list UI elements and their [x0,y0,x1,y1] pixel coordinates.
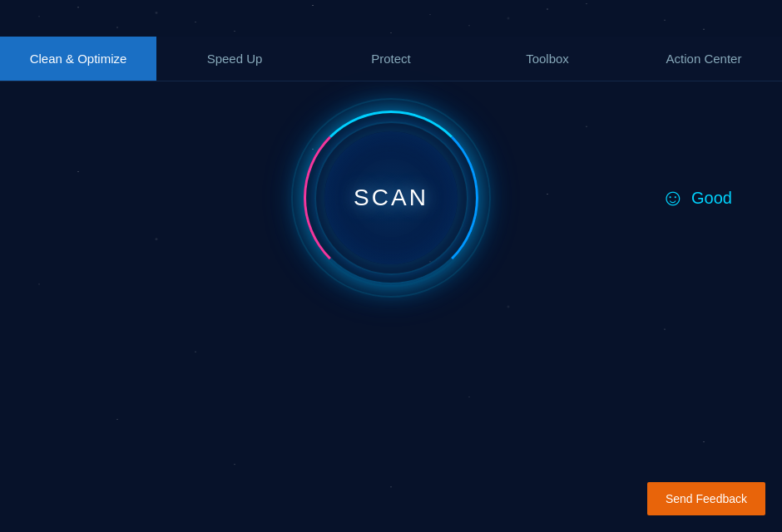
send-feedback-button[interactable]: Send Feedback [647,482,765,515]
navbar: Clean & Optimize Speed Up Protect Toolbo… [0,37,782,81]
scan-area: SCAN ☺ Good [0,81,782,314]
main-content: SCAN ☺ Good Select All Startup Optimizat… [0,81,782,532]
tab-toolbox[interactable]: Toolbox [469,37,626,81]
status-indicator: ☺ Good [661,185,732,211]
tab-protect[interactable]: Protect [313,37,469,81]
status-text: Good [691,189,732,208]
status-smile-icon: ☺ [661,185,685,211]
tab-speed-up[interactable]: Speed Up [156,37,313,81]
tab-action-center[interactable]: Action Center [626,37,782,81]
titlebar: Advanced SystemCare 11 Beta1.0 — □ ✕ [0,0,782,37]
scan-button[interactable]: SCAN [354,185,428,211]
tab-clean-optimize[interactable]: Clean & Optimize [0,37,156,81]
